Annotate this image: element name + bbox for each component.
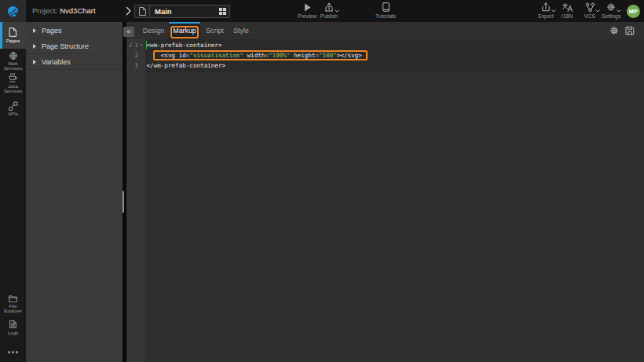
project-breadcrumb: Project:Nvd3Chart [32, 0, 96, 22]
gutter-row[interactable]: 2 [127, 50, 145, 60]
rail-item-label: Java Services [4, 84, 23, 94]
sidebar-item-java-services[interactable]: Java Services [0, 72, 26, 94]
token-tag: ></svg> [337, 52, 362, 59]
action-label: Tutorials [375, 13, 396, 19]
project-label: Project: [32, 6, 57, 15]
token-str: "500" [319, 52, 337, 59]
project-name: Nvd3Chart [60, 6, 95, 15]
api-nodes-icon [9, 101, 18, 111]
code-line-3[interactable]: </wm-prefab-container> [145, 60, 644, 71]
folder-icon [9, 295, 17, 302]
text-cursor [146, 41, 147, 50]
token-attr: id [179, 52, 186, 59]
java-cup-icon [8, 73, 18, 82]
wavemaker-logo-icon [7, 5, 19, 17]
code-line-2[interactable]: <svg id="visualisation" width="100%" hei… [145, 50, 644, 60]
sidebar-item-apis[interactable]: APIs [0, 101, 26, 116]
collapse-panel-button[interactable]: « [123, 27, 134, 37]
tab-script[interactable]: Script [200, 22, 229, 39]
caret-right-icon [33, 28, 36, 33]
tab-style[interactable]: Style [229, 22, 253, 39]
page-doc-icon [135, 5, 150, 17]
left-rail: PagesWeb ServicesJava ServicesAPIsFile E… [0, 22, 26, 362]
panel-scrollbar[interactable] [123, 191, 124, 213]
chevron-down-icon [335, 9, 339, 13]
globe-icon [9, 52, 17, 60]
editor-toolbar: DesignMarkupScriptStyle [126, 22, 644, 39]
action-label: Settings [602, 13, 621, 19]
line-number: 1 [127, 40, 138, 50]
ellipsis-icon [8, 351, 10, 353]
accordion-section-pages[interactable]: Pages [26, 23, 123, 38]
section-label: Pages [42, 27, 62, 35]
gutter-row[interactable]: 3 [127, 60, 145, 71]
grid-icon[interactable] [215, 8, 229, 15]
editor-gutter: i1▾23 [127, 39, 145, 362]
pages-icon [9, 27, 17, 37]
app-logo[interactable] [0, 0, 26, 22]
sidebar-item-file-explorer[interactable]: File Explorer [0, 294, 26, 316]
token-tag: <svg [161, 52, 179, 59]
logs-icon [9, 320, 16, 328]
token-plain [147, 52, 161, 59]
current-page-name: Main [150, 7, 215, 16]
editor-pane: DesignMarkupScriptStyle i1▾23 <wm-prefab… [126, 22, 644, 362]
token-attr: width [247, 52, 265, 59]
sidebar-item-pages[interactable]: Pages [0, 22, 26, 49]
line-number: 2 [127, 50, 138, 60]
save-icon[interactable] [625, 26, 635, 35]
token-tag: </wm-prefab-container> [147, 62, 226, 69]
gear-icon [606, 2, 616, 12]
more-button[interactable] [0, 347, 26, 357]
translate-icon [562, 2, 573, 12]
caret-right-icon [33, 44, 36, 49]
caret-right-icon [33, 60, 36, 64]
code-line-1[interactable]: <wm-prefab-container> [145, 40, 644, 50]
page-selector[interactable]: Main [134, 5, 230, 18]
action-label: I18N [562, 13, 573, 19]
rail-item-label: APIs [8, 112, 18, 116]
tutorials-button[interactable]: Tutorials [368, 2, 403, 19]
accordion-section-variables[interactable]: Variables [26, 54, 123, 70]
chevron-right-icon [126, 6, 131, 16]
token-attr: height [294, 52, 315, 59]
section-label: Variables [42, 58, 71, 66]
publish-button[interactable]: Publish [312, 2, 346, 19]
action-label: Publish [320, 13, 338, 19]
sidebar-item-logs[interactable]: Logs [0, 319, 26, 336]
gutter-row[interactable]: i1▾ [127, 40, 145, 50]
wavemaker-studio: Project:Nvd3Chart Main PreviewPublishTut… [0, 0, 644, 362]
top-bar: Project:Nvd3Chart Main PreviewPublishTut… [0, 0, 644, 22]
pages-panel: PagesPage StructureVariables [26, 22, 123, 362]
fold-caret-icon[interactable]: ▾ [140, 40, 142, 50]
settings-button[interactable]: Settings [594, 2, 628, 19]
chevron-down-icon [617, 9, 621, 13]
tab-markup[interactable]: Markup [169, 22, 200, 39]
rail-item-label: Logs [8, 331, 18, 335]
rail-item-label: Web Services [4, 61, 23, 71]
token-str: "100%" [269, 52, 290, 59]
code-editor[interactable]: i1▾23 <wm-prefab-container> <svg id="vis… [126, 39, 644, 362]
section-label: Page Structure [42, 42, 89, 50]
publish-icon [324, 2, 334, 12]
rail-item-label: File Explorer [4, 304, 22, 314]
tutorials-icon [382, 2, 390, 12]
play-icon [304, 2, 311, 12]
rail-item-label: Pages [6, 38, 20, 43]
sidebar-item-web-services[interactable]: Web Services [0, 50, 26, 71]
tab-design[interactable]: Design [138, 22, 169, 39]
avatar[interactable]: MP [627, 5, 640, 18]
line-number: 3 [127, 60, 138, 71]
token-tag: <wm-prefab-container> [147, 42, 222, 49]
accordion-section-page-structure[interactable]: Page Structure [26, 38, 123, 54]
token-str: "visualisation" [189, 52, 243, 59]
editor-settings-gear-icon[interactable] [609, 26, 619, 35]
